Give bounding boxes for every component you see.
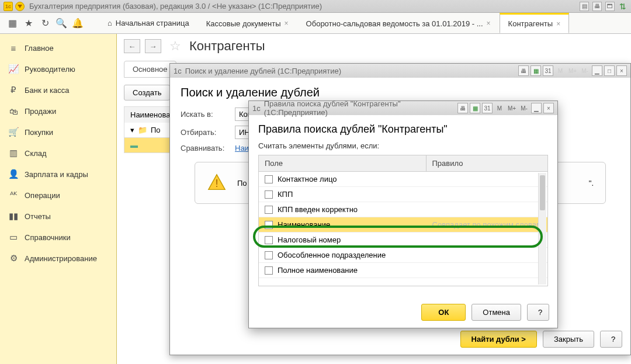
dialog-titlebar[interactable]: 1c Правила поиска дублей "Контрагенты" (…	[249, 101, 557, 115]
titlebar-icon-4[interactable]: ⇅	[618, 2, 627, 11]
calendar-icon[interactable]: 31	[543, 65, 553, 76]
tab-contragents[interactable]: Контрагенты ×	[500, 13, 570, 33]
compare-link[interactable]: Наи	[235, 144, 249, 152]
close-icon[interactable]: ×	[556, 20, 560, 28]
tab-label: Оборотно-сальдовая ведомость за 01.01.20…	[306, 19, 483, 28]
sidebar-item-manager[interactable]: 📈Руководителю	[0, 58, 116, 79]
minimize-icon[interactable]: ▁	[531, 103, 542, 113]
rule-field-label: Налоговый номер	[278, 235, 341, 244]
search-icon[interactable]: 🔍	[55, 17, 68, 30]
star-icon[interactable]: ★	[22, 17, 35, 30]
maximize-icon[interactable]: □	[604, 65, 615, 76]
rules-row[interactable]: КПП введен корректно	[259, 202, 547, 217]
checkbox[interactable]	[265, 190, 273, 199]
gear-icon: ⚙	[8, 253, 19, 264]
print-icon[interactable]: 🖶	[457, 103, 468, 113]
scrollbar-thumb[interactable]	[540, 175, 545, 210]
dialog-titlebar[interactable]: 1c Поиск и удаление дублей (1С:Предприят…	[170, 64, 630, 78]
sidebar-item-bank[interactable]: ₽Банк и касса	[0, 79, 116, 100]
close-icon[interactable]: ×	[543, 103, 554, 113]
scrollbar[interactable]	[538, 173, 546, 285]
rules-row[interactable]: КПП	[259, 187, 547, 202]
section-sidebar: ≡Главное 📈Руководителю ₽Банк и касса 🛍Пр…	[0, 34, 117, 364]
m-minus-button[interactable]: M-	[580, 65, 590, 76]
cart-icon: 🛒	[8, 127, 19, 137]
tab-osv[interactable]: Оборотно-сальдовая ведомость за 01.01.20…	[297, 13, 500, 33]
m-button[interactable]: M	[555, 65, 566, 76]
folder-icon: 📁	[138, 126, 147, 134]
sidebar-item-catalogs[interactable]: ▭Справочники	[0, 227, 116, 248]
bell-icon[interactable]: 🔔	[71, 17, 84, 30]
list-row-label: По	[151, 126, 161, 134]
rule-value: Совпадает по похожим словам	[427, 217, 547, 232]
warning-text: По	[237, 179, 247, 188]
sidebar-item-payroll[interactable]: 👤Зарплата и кадры	[0, 164, 116, 185]
forward-button[interactable]: →	[145, 39, 161, 53]
grid-icon[interactable]: ▦	[531, 65, 541, 76]
create-button[interactable]: Создать	[124, 85, 170, 100]
help-button[interactable]: ?	[527, 304, 549, 321]
titlebar-icon-1[interactable]: ▤	[580, 2, 589, 11]
rules-row[interactable]: Контактное лицо	[259, 172, 547, 187]
rule-value	[427, 172, 547, 186]
close-icon[interactable]: ×	[285, 19, 289, 27]
sidebar-item-operations[interactable]: ᴬᴷОперации	[0, 185, 116, 206]
col-rule[interactable]: Правило	[427, 155, 547, 171]
print-icon[interactable]: 🖶	[518, 65, 529, 76]
checkbox[interactable]	[265, 221, 273, 229]
titlebar-icon-2[interactable]: 🖶	[592, 2, 602, 11]
close-button[interactable]: Закрыть	[543, 331, 594, 348]
back-button[interactable]: ←	[124, 39, 140, 53]
rules-row[interactable]: НаименованиеСовпадает по похожим словам	[259, 217, 547, 233]
rules-grid: Поле Правило Контактное лицоКППКПП введе…	[258, 155, 548, 286]
calendar-icon[interactable]: 31	[482, 103, 493, 113]
logo-1c-icon: 1c	[252, 104, 261, 113]
sidebar-item-admin[interactable]: ⚙Администрирование	[0, 248, 116, 269]
checkbox[interactable]	[265, 206, 273, 214]
ruble-icon: ₽	[8, 85, 19, 95]
rule-field-label: Полное наименование	[278, 266, 358, 275]
checkbox[interactable]	[265, 175, 273, 183]
ops-icon: ᴬᴷ	[8, 190, 19, 200]
m-plus-button[interactable]: M+	[507, 103, 517, 113]
checkbox[interactable]	[265, 266, 273, 275]
rules-row[interactable]: Налоговый номер	[259, 233, 547, 248]
close-icon[interactable]: ×	[616, 65, 627, 76]
app-menu-dropdown[interactable]	[15, 2, 25, 11]
rules-row[interactable]: Полное наименование	[259, 263, 547, 278]
sidebar-item-label: Главное	[25, 44, 54, 53]
grid-icon[interactable]: ▦	[470, 103, 480, 113]
bag-icon: 🛍	[8, 106, 19, 116]
minimize-icon[interactable]: ▁	[592, 65, 602, 76]
rule-value	[427, 233, 547, 247]
col-field[interactable]: Поле	[259, 155, 427, 171]
rule-field-label: Наименование	[278, 220, 330, 229]
sidebar-item-sales[interactable]: 🛍Продажи	[0, 100, 116, 122]
titlebar-icon-3[interactable]: 🗔	[605, 2, 615, 11]
logo-1c-icon: 1c	[4, 2, 13, 11]
m-minus-button[interactable]: M-	[519, 103, 529, 113]
ok-button[interactable]: ОК	[421, 304, 466, 321]
m-button[interactable]: M	[494, 103, 505, 113]
rule-field-label: Обособленное подразделение	[278, 251, 386, 259]
find-duplicates-button[interactable]: Найти дубли >	[460, 331, 537, 348]
history-icon[interactable]: ↻	[39, 17, 51, 30]
cancel-button[interactable]: Отмена	[471, 304, 521, 321]
sidebar-item-main[interactable]: ≡Главное	[0, 37, 116, 58]
help-button[interactable]: ?	[600, 331, 622, 348]
rule-field-label: Контактное лицо	[278, 175, 337, 183]
checkbox[interactable]	[265, 236, 273, 244]
close-icon[interactable]: ×	[487, 19, 491, 27]
favorite-star-icon[interactable]: ☆	[169, 39, 181, 54]
tab-cash-docs[interactable]: Кассовые документы ×	[197, 13, 297, 33]
checkbox[interactable]	[265, 251, 273, 259]
sidebar-item-reports[interactable]: ▮▮Отчеты	[0, 206, 116, 227]
apps-grid-icon[interactable]: ▦	[6, 17, 19, 30]
sidebar-item-purchases[interactable]: 🛒Покупки	[0, 122, 116, 143]
rules-row[interactable]: Обособленное подразделение	[259, 248, 547, 263]
sidebar-item-warehouse[interactable]: ▥Склад	[0, 143, 116, 164]
tab-home[interactable]: ⌂ Начальная страница	[99, 13, 197, 33]
rules-label: Считать элементы дублями, если:	[258, 141, 548, 150]
subtab-main[interactable]: Основное	[124, 61, 176, 78]
m-plus-button[interactable]: M+	[567, 65, 578, 76]
